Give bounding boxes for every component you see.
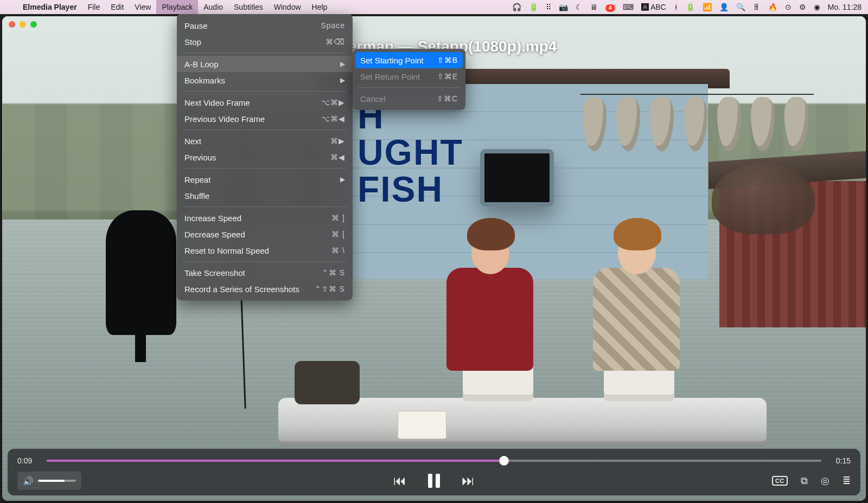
scene-shed [719, 181, 866, 327]
menu-abloop-cancel[interactable]: Cancel ⇧⌘C [353, 91, 465, 107]
menu-dec-speed-shortcut: ⌘ [ [331, 230, 345, 238]
menu-ab-loop-label: A-B Loop [184, 60, 337, 69]
menu-repeat-label: Repeat [184, 175, 337, 184]
status-nowplaying-icon[interactable]: ⊙ [785, 0, 792, 14]
ab-loop-submenu: Set Starting Point ⇧⌘B Set Return Point … [353, 49, 465, 110]
menu-separator [182, 91, 347, 92]
prev-track-button[interactable]: ⏮ [393, 473, 406, 488]
status-bluetooth-icon[interactable]: ᚼ [674, 0, 678, 14]
menu-pause-label: Pause [184, 21, 321, 30]
pip-button[interactable]: ⧉ [801, 475, 808, 487]
menu-abloop-cancel-label: Cancel [360, 94, 437, 104]
menu-reset-speed-shortcut: ⌘ \ [331, 246, 345, 255]
menu-stop[interactable]: Stop ⌘⌫ [177, 34, 353, 50]
time-elapsed: 0:09 [17, 456, 40, 465]
menu-subtitles[interactable]: Subtitles [228, 0, 269, 14]
status-notification-badge[interactable]: 4 [605, 0, 615, 14]
menu-edit[interactable]: Edit [105, 0, 129, 14]
menu-reset-speed-label: Reset to Normal Speed [184, 246, 331, 255]
menu-view[interactable]: View [129, 0, 156, 14]
status-battery1-icon[interactable]: 🔋 [529, 0, 538, 14]
menu-screenshot[interactable]: Take Screenshot ⌃⌘ S [177, 265, 353, 281]
playback-menu: Pause Space Stop ⌘⌫ A-B Loop ▶ Bookmarks… [177, 14, 353, 300]
menu-record-shortcut: ⌃⇧⌘ S [315, 285, 345, 293]
menu-separator [182, 53, 347, 53]
window-zoom-button[interactable] [30, 21, 37, 28]
menu-ab-loop[interactable]: A-B Loop ▶ [177, 56, 353, 72]
seek-thumb[interactable] [499, 456, 509, 466]
menu-reset-speed[interactable]: Reset to Normal Speed ⌘ \ [177, 242, 353, 259]
menu-separator [182, 207, 347, 207]
seek-progress [47, 460, 504, 462]
status-battery2-icon[interactable]: 🔋 [686, 0, 695, 14]
volume-control[interactable]: 🔊 [17, 472, 81, 490]
traffic-lights [2, 21, 37, 28]
menu-next-frame-label: Next Video Frame [184, 98, 321, 107]
menu-screenshot-label: Take Screenshot [184, 268, 322, 278]
menu-record-label: Record a Series of Screenshots [184, 285, 315, 294]
play-pause-button[interactable] [428, 474, 440, 488]
menu-separator [182, 130, 347, 130]
menu-separator [182, 261, 347, 262]
app-menu[interactable]: Elmedia Player [17, 0, 82, 14]
menu-set-start-shortcut: ⇧⌘B [437, 56, 458, 65]
status-spotlight-icon[interactable]: 🔍 [736, 0, 745, 14]
menu-previous[interactable]: Previous ⌘◀ [177, 149, 353, 165]
menu-playback[interactable]: Playback [156, 0, 198, 14]
scene-boat [278, 344, 767, 447]
menu-repeat[interactable]: Repeat ▶ [177, 171, 353, 188]
playlist-button[interactable]: ≣ [843, 475, 851, 487]
menu-next-label: Next [184, 137, 330, 146]
status-siri-icon[interactable]: ◉ [814, 0, 820, 14]
scene-sign-text: H UGHT FISH [358, 98, 463, 208]
chevron-right-icon: ▶ [340, 176, 345, 183]
input-source-label: ABC [650, 3, 666, 11]
status-control-center-icon[interactable]: ⚙ [799, 0, 806, 14]
menu-set-start-point[interactable]: Set Starting Point ⇧⌘B [355, 52, 463, 68]
menu-audio[interactable]: Audio [198, 0, 228, 14]
window-minimize-button[interactable] [20, 21, 26, 28]
menu-shuffle[interactable]: Shuffle [177, 188, 353, 204]
status-wifi-icon[interactable]: 📶 [703, 0, 712, 14]
subtitles-button[interactable]: CC [772, 476, 788, 486]
airplay-button[interactable]: ◎ [821, 475, 829, 487]
menu-inc-speed[interactable]: Increase Speed ⌘ ] [177, 210, 353, 226]
seek-bar[interactable] [47, 460, 821, 462]
status-sliders-icon[interactable]: 🎚 [753, 0, 761, 14]
status-flame-icon[interactable]: 🔥 [768, 0, 777, 14]
menu-prev-frame-label: Previous Video Frame [184, 114, 321, 124]
menu-record-screenshots[interactable]: Record a Series of Screenshots ⌃⇧⌘ S [177, 281, 353, 297]
menubar-clock[interactable]: Mo. 11:28 [828, 0, 861, 14]
status-keyboard-icon[interactable]: ⌨ [623, 0, 634, 14]
menu-window[interactable]: Window [269, 0, 307, 14]
menu-file[interactable]: File [82, 0, 106, 14]
volume-bar[interactable] [38, 480, 76, 482]
menu-inc-speed-label: Increase Speed [184, 214, 331, 223]
status-input-source[interactable]: 🅰 ABC [641, 0, 666, 14]
status-grid-icon[interactable]: ⠿ [546, 0, 551, 14]
menu-dec-speed[interactable]: Decrease Speed ⌘ [ [177, 226, 353, 242]
scene-person-right [571, 219, 696, 371]
menu-help[interactable]: Help [307, 0, 333, 14]
menu-set-start-label: Set Starting Point [360, 56, 437, 65]
status-moon-icon[interactable]: ☾ [576, 0, 583, 14]
scene-outboard-motor [106, 210, 176, 335]
timeline: 0:09 0:15 [17, 456, 851, 465]
menu-pause[interactable]: Pause Space [177, 17, 353, 34]
status-camera-icon[interactable]: 📷 [559, 0, 568, 14]
next-track-button[interactable]: ⏭ [462, 473, 475, 488]
window-close-button[interactable] [9, 21, 15, 28]
menu-set-return-point[interactable]: Set Return Point ⇧⌘E [353, 68, 465, 85]
menu-next-frame[interactable]: Next Video Frame ⌥⌘▶ [177, 94, 353, 111]
mac-menubar: Elmedia Player File Edit View Playback A… [0, 0, 868, 14]
menu-next[interactable]: Next ⌘▶ [177, 133, 353, 149]
menu-previous-shortcut: ⌘◀ [330, 153, 345, 162]
status-headset-icon[interactable]: 🎧 [512, 0, 521, 14]
menu-bookmarks[interactable]: Bookmarks ▶ [177, 72, 353, 88]
status-user-icon[interactable]: 👤 [719, 0, 729, 14]
status-display-icon[interactable]: 🖥 [590, 0, 598, 14]
menu-prev-frame-shortcut: ⌥⌘◀ [321, 114, 345, 123]
window-titlebar[interactable] [2, 16, 866, 33]
notification-count: 4 [605, 4, 615, 12]
menu-prev-frame[interactable]: Previous Video Frame ⌥⌘◀ [177, 111, 353, 127]
